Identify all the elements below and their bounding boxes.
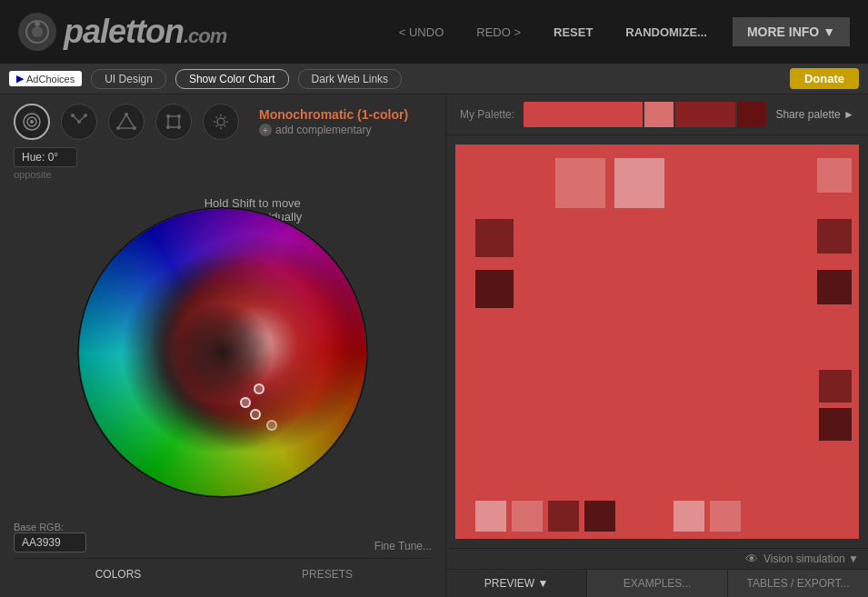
svg-point-16 bbox=[166, 114, 170, 118]
examples-tab[interactable]: EXAMPLES... bbox=[586, 570, 727, 597]
svg-point-9 bbox=[71, 114, 75, 117]
mono-mode-icon[interactable] bbox=[14, 104, 50, 140]
wheel-dot-3[interactable] bbox=[250, 409, 261, 420]
randomize-button[interactable]: RANDOMIZE... bbox=[618, 22, 714, 43]
svg-point-14 bbox=[116, 126, 120, 130]
left-panel: Monochromatic (1-color) + add complement… bbox=[0, 95, 445, 597]
svg-point-18 bbox=[177, 125, 181, 129]
ad-icon: ▶ bbox=[16, 73, 24, 85]
svg-marker-11 bbox=[118, 114, 135, 128]
swatch-4 bbox=[475, 219, 514, 257]
wheel-dot-2[interactable] bbox=[240, 397, 251, 408]
wheel-dot-1[interactable] bbox=[254, 383, 264, 394]
right-panel: My Palette: Share palette ► bbox=[445, 95, 868, 597]
palette-swatch-2 bbox=[643, 102, 674, 127]
swatch-5 bbox=[817, 219, 852, 254]
svg-point-19 bbox=[166, 125, 170, 129]
color-mode-selector: Monochromatic (1-color) + add complement… bbox=[14, 104, 432, 140]
mode-label: Monochromatic (1-color) bbox=[259, 107, 408, 122]
triad-mode-icon[interactable] bbox=[108, 104, 145, 140]
add-complementary-icon: + bbox=[259, 124, 272, 136]
toolbar: ▶ AdChoices UI Design Show Color Chart D… bbox=[0, 64, 868, 95]
adjacent-mode-icon[interactable] bbox=[61, 104, 97, 140]
swatch-3 bbox=[817, 158, 852, 193]
vision-simulation-label: Vision simulation ▼ bbox=[763, 552, 859, 565]
palette-header: My Palette: Share palette ► bbox=[446, 95, 868, 135]
logo-text: paletton.com bbox=[64, 13, 226, 51]
svg-rect-15 bbox=[168, 116, 179, 127]
swatch-10 bbox=[475, 501, 506, 532]
share-palette-label: Share palette ► bbox=[775, 108, 854, 121]
swatch-1 bbox=[555, 158, 605, 208]
colors-tab[interactable]: COLORS bbox=[14, 559, 223, 588]
settings-mode-icon[interactable] bbox=[203, 104, 239, 140]
tables-export-tab[interactable]: TABLES / EXPORT... bbox=[727, 570, 868, 597]
fine-tune-button[interactable]: Fine Tune... bbox=[374, 540, 432, 552]
color-grid bbox=[455, 144, 859, 539]
svg-point-5 bbox=[30, 120, 34, 124]
swatch-8 bbox=[819, 370, 852, 403]
color-grid-area bbox=[446, 135, 868, 548]
wheel-dot-4[interactable] bbox=[266, 420, 277, 431]
add-complementary-label: add complementary bbox=[275, 124, 371, 136]
vision-simulation-bar[interactable]: 👁 Vision simulation ▼ bbox=[446, 548, 868, 569]
swatch-15 bbox=[710, 501, 741, 532]
base-rgb-label: Base RGB: bbox=[14, 522, 86, 532]
svg-point-12 bbox=[125, 113, 128, 116]
preview-tab[interactable]: PREVIEW ▼ bbox=[446, 570, 586, 597]
swatch-12 bbox=[548, 501, 579, 532]
tetrad-mode-icon[interactable] bbox=[155, 104, 192, 140]
swatch-9 bbox=[819, 408, 852, 441]
svg-point-20 bbox=[217, 118, 224, 125]
swatch-13 bbox=[584, 501, 615, 532]
redo-button[interactable]: REDO > bbox=[469, 22, 528, 43]
share-palette-button[interactable]: Share palette ► bbox=[775, 108, 854, 121]
dark-web-links-button[interactable]: Dark Web Links bbox=[298, 69, 402, 89]
svg-point-1 bbox=[32, 26, 43, 37]
hue-display: Hue: 0° bbox=[14, 147, 77, 167]
swatch-7 bbox=[817, 270, 852, 304]
my-palette-label: My Palette: bbox=[460, 108, 514, 121]
swatch-11 bbox=[512, 501, 543, 532]
swatch-6 bbox=[475, 270, 514, 308]
palette-swatch-4 bbox=[735, 102, 767, 127]
swatch-14 bbox=[673, 501, 704, 532]
palette-bar bbox=[524, 102, 766, 127]
palette-swatch-1 bbox=[524, 102, 643, 127]
svg-point-17 bbox=[177, 114, 181, 118]
svg-point-13 bbox=[133, 126, 136, 130]
reset-button[interactable]: RESET bbox=[546, 22, 600, 43]
ad-choices-label: AdChoices bbox=[26, 74, 75, 85]
show-color-chart-button[interactable]: Show Color Chart bbox=[175, 69, 289, 89]
swatch-2 bbox=[614, 158, 664, 208]
base-rgb-input[interactable] bbox=[14, 532, 86, 552]
logo: paletton.com bbox=[18, 13, 226, 51]
donate-button[interactable]: Donate bbox=[790, 68, 859, 89]
ui-design-button[interactable]: UI Design bbox=[91, 69, 166, 89]
left-bottom-tabs: COLORS PRESETS bbox=[14, 558, 432, 588]
bottom-left: Base RGB: Fine Tune... bbox=[14, 522, 432, 552]
svg-point-2 bbox=[35, 21, 40, 26]
header: paletton.com < UNDO REDO > RESET RANDOMI… bbox=[0, 0, 868, 64]
color-wheel[interactable] bbox=[77, 207, 368, 498]
color-wheel-area[interactable]: Hold Shift to move shades individually bbox=[14, 187, 432, 518]
main: Monochromatic (1-color) + add complement… bbox=[0, 95, 868, 597]
eye-icon: 👁 bbox=[745, 552, 758, 566]
logo-icon bbox=[18, 13, 56, 51]
palette-swatch-3 bbox=[673, 102, 734, 127]
svg-point-10 bbox=[84, 114, 87, 117]
undo-button[interactable]: < UNDO bbox=[392, 22, 451, 43]
add-complementary[interactable]: + add complementary bbox=[259, 124, 408, 136]
ad-choices[interactable]: ▶ AdChoices bbox=[9, 71, 82, 86]
more-info-button[interactable]: MORE INFO ▼ bbox=[733, 17, 850, 46]
right-bottom-tabs: PREVIEW ▼ EXAMPLES... TABLES / EXPORT... bbox=[446, 569, 868, 597]
header-nav: < UNDO REDO > RESET RANDOMIZE... MORE IN… bbox=[392, 17, 850, 46]
presets-tab[interactable]: PRESETS bbox=[223, 559, 432, 588]
mode-label-area: Monochromatic (1-color) + add complement… bbox=[259, 107, 408, 136]
opposite-label: opposite bbox=[14, 169, 432, 180]
